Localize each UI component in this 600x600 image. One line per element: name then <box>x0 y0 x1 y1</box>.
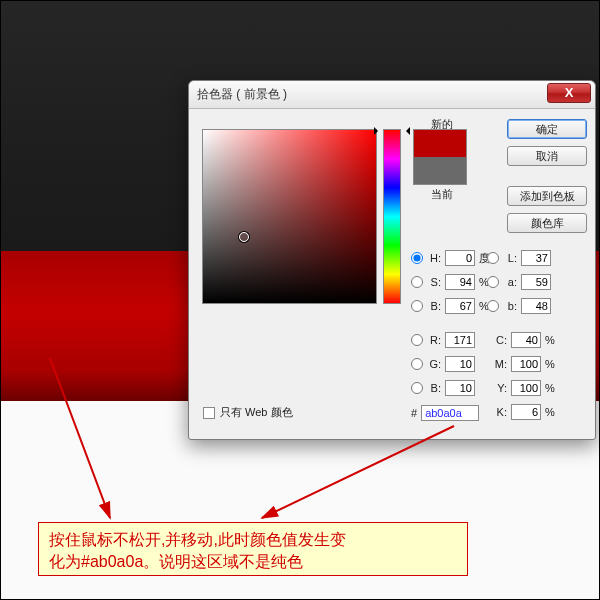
l-radio[interactable] <box>487 252 499 264</box>
a-row: a: <box>487 273 551 291</box>
a-label: a: <box>503 276 517 288</box>
k-unit: % <box>545 406 557 418</box>
y-row: Y: % <box>493 379 557 397</box>
h-input[interactable] <box>445 250 475 266</box>
annotation-line2: 化为#ab0a0a。说明这区域不是纯色 <box>49 553 303 570</box>
b-hsb-radio[interactable] <box>411 300 423 312</box>
g-radio[interactable] <box>411 358 423 370</box>
h-label: H: <box>427 252 441 264</box>
current-color-label: 当前 <box>417 187 467 202</box>
sv-shade-layer <box>203 130 376 303</box>
b-lab-radio[interactable] <box>487 300 499 312</box>
h-row: H: 度 <box>411 249 491 267</box>
close-button[interactable]: X <box>547 83 591 103</box>
ok-button[interactable]: 确定 <box>507 119 587 139</box>
g-label: G: <box>427 358 441 370</box>
hex-hash-label: # <box>411 407 417 419</box>
k-input[interactable] <box>511 404 541 420</box>
g-row: G: <box>411 355 475 373</box>
r-row: R: <box>411 331 475 349</box>
web-only-checkbox[interactable] <box>203 407 215 419</box>
dialog-titlebar[interactable]: 拾色器 ( 前景色 ) X <box>189 81 595 109</box>
swatch-new <box>414 130 466 157</box>
l-label: L: <box>503 252 517 264</box>
c-input[interactable] <box>511 332 541 348</box>
c-unit: % <box>545 334 557 346</box>
saturation-value-field[interactable] <box>202 129 377 304</box>
hue-slider[interactable] <box>383 129 401 304</box>
r-label: R: <box>427 334 441 346</box>
annotation-note: 按住鼠标不松开,并移动,此时颜色值发生变 化为#ab0a0a。说明这区域不是纯色 <box>38 522 468 576</box>
s-label: S: <box>427 276 441 288</box>
hex-row: # <box>411 405 479 421</box>
s-radio[interactable] <box>411 276 423 288</box>
c-label: C: <box>493 334 507 346</box>
r-radio[interactable] <box>411 334 423 346</box>
color-picker-dialog: 拾色器 ( 前景色 ) X 新的 当前 确定 取消 添加到色板 颜色库 H: 度 <box>188 80 596 440</box>
dialog-title: 拾色器 ( 前景色 ) <box>197 86 287 103</box>
add-swatch-button[interactable]: 添加到色板 <box>507 186 587 206</box>
a-input[interactable] <box>521 274 551 290</box>
s-row: S: % <box>411 273 491 291</box>
b-hsb-row: B: % <box>411 297 491 315</box>
r-input[interactable] <box>445 332 475 348</box>
color-library-button[interactable]: 颜色库 <box>507 213 587 233</box>
h-radio[interactable] <box>411 252 423 264</box>
y-input[interactable] <box>511 380 541 396</box>
b-rgb-label: B: <box>427 382 441 394</box>
y-label: Y: <box>493 382 507 394</box>
b-rgb-input[interactable] <box>445 380 475 396</box>
c-row: C: % <box>493 331 557 349</box>
b-hsb-input[interactable] <box>445 298 475 314</box>
k-row: K: % <box>493 403 557 421</box>
b-lab-label: b: <box>503 300 517 312</box>
b-lab-input[interactable] <box>521 298 551 314</box>
l-row: L: <box>487 249 551 267</box>
close-icon: X <box>565 85 574 100</box>
m-input[interactable] <box>511 356 541 372</box>
b-lab-row: b: <box>487 297 551 315</box>
k-label: K: <box>493 406 507 418</box>
hue-thumb[interactable] <box>378 127 406 133</box>
annotation-line1: 按住鼠标不松开,并移动,此时颜色值发生变 <box>49 531 346 548</box>
m-label: M: <box>493 358 507 370</box>
dialog-body: 新的 当前 确定 取消 添加到色板 颜色库 H: 度 S: % B: % <box>189 109 595 439</box>
a-radio[interactable] <box>487 276 499 288</box>
b-rgb-radio[interactable] <box>411 382 423 394</box>
cancel-button[interactable]: 取消 <box>507 146 587 166</box>
b-hsb-label: B: <box>427 300 441 312</box>
swatch-current <box>414 157 466 184</box>
web-only-label: 只有 Web 颜色 <box>220 405 293 420</box>
l-input[interactable] <box>521 250 551 266</box>
color-swatch <box>413 129 467 185</box>
m-unit: % <box>545 358 557 370</box>
hex-input[interactable] <box>421 405 479 421</box>
s-input[interactable] <box>445 274 475 290</box>
y-unit: % <box>545 382 557 394</box>
m-row: M: % <box>493 355 557 373</box>
b-rgb-row: B: <box>411 379 475 397</box>
g-input[interactable] <box>445 356 475 372</box>
web-only-row: 只有 Web 颜色 <box>203 405 293 420</box>
sv-cursor[interactable] <box>239 232 249 242</box>
